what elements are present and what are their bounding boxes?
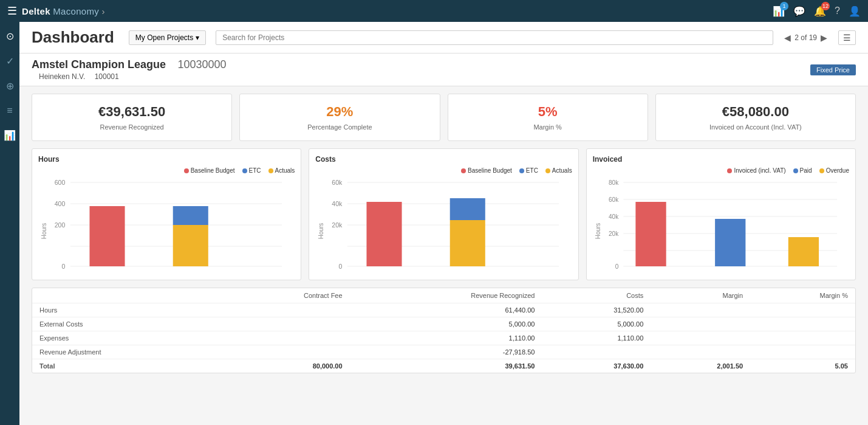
svg-text:0: 0 [615,263,618,270]
kpi-label-percentage: Percentage Complete [250,123,429,131]
legend-dot-baseline [184,168,189,173]
svg-text:40k: 40k [332,201,343,207]
bar-baseline-budget [89,206,125,266]
sidebar-icon-people[interactable]: ⊕ [0,78,19,94]
kpi-row: €39,631.50 Revenue Recognized 29% Percen… [19,86,868,148]
invoiced-bar-overdue [788,237,818,266]
pagination-text: 2 of 19 [795,33,817,42]
kpi-value-margin: 5% [458,104,638,120]
bell-icon[interactable]: 🔔 12 [814,5,826,17]
svg-text:80k: 80k [609,179,619,186]
kpi-card-invoiced: €58,080.00 Invoiced on Account (Incl. VA… [655,94,856,141]
svg-text:0: 0 [339,263,343,270]
sidebar-icon-list[interactable]: ≡ [0,103,19,119]
hours-chart-area: 600 400 200 0 Hours [38,176,295,274]
project-info-bar: Amstel Champion League 10030000 Heineken… [19,54,868,86]
costs-legend-actuals: Actuals [545,167,572,174]
charts-row: Hours Baseline Budget ETC Actuals [19,148,868,288]
table-row: Revenue Adjustment -27,918.50 [32,345,855,359]
costs-chart-svg: 60k 40k 20k 0 Hours [315,176,572,274]
legend-etc: ETC [242,167,261,174]
row-costs-expenses: 1,110.00 [542,331,651,345]
chart-badge: 1 [780,2,788,10]
legend-dot-etc [242,168,247,173]
svg-text:Hours: Hours [40,223,47,240]
kpi-card-percentage: 29% Percentage Complete [239,94,440,141]
header-bar: Dashboard My Open Projects ▾ ◀ 2 of 19 ▶… [19,22,868,54]
costs-chart-legend: Baseline Budget ETC Actuals [315,167,572,174]
kpi-value-revenue: €39,631.50 [42,104,222,120]
dropdown-arrow-icon: ▾ [196,33,199,42]
project-filter-button[interactable]: My Open Projects ▾ [129,30,206,45]
row-revenue-expenses: 1,110.00 [350,331,542,345]
sidebar-icon-check[interactable]: ✓ [0,53,19,69]
chat-icon[interactable]: 💬 [793,5,805,17]
hours-chart-svg: 600 400 200 0 Hours [38,176,295,274]
invoiced-bar-paid [715,219,745,266]
total-label: Total [32,359,219,373]
svg-text:20k: 20k [332,222,343,229]
total-costs: 37,630.00 [542,359,651,373]
main-content: Dashboard My Open Projects ▾ ◀ 2 of 19 ▶… [19,22,868,425]
project-number: 10030000 [177,58,226,71]
row-label-adjustment: Revenue Adjustment [32,345,219,359]
costs-legend-etc: ETC [519,167,538,174]
col-header-contract-fee: Contract Fee [219,288,350,303]
sidebar-icon-chart[interactable]: 📊 [0,127,19,143]
row-contract-fee-adjustment [219,345,350,359]
search-input[interactable] [216,30,773,45]
row-revenue-adjustment: -27,918.50 [350,345,542,359]
page-title: Dashboard [32,28,114,47]
row-margin-pct-expenses [750,331,855,345]
col-header-costs: Costs [542,288,651,303]
bar-actuals [173,225,208,266]
svg-text:Hours: Hours [595,223,601,240]
nav-right: 📊 1 💬 🔔 12 ? 👤 [773,5,861,17]
app-body: ⊙ ✓ ⊕ ≡ 📊 Dashboard My Open Projects ▾ ◀… [0,22,868,425]
svg-text:60k: 60k [609,196,619,203]
row-margin-hours [651,303,750,317]
hours-chart-title: Hours [38,155,295,164]
invoiced-chart-legend: Invoiced (incl. VAT) Paid Overdue [593,167,849,174]
row-contract-fee-hours [219,303,350,317]
row-label-external: External Costs [32,317,219,331]
legend-dot-actuals [268,168,273,173]
nav-left: ☰ Deltek Maconomy › [7,4,773,18]
row-revenue-external: 5,000.00 [350,317,542,331]
kpi-label-revenue: Revenue Recognized [42,123,222,131]
invoiced-legend-paid: Paid [793,167,812,174]
legend-actuals: Actuals [268,167,295,174]
costs-bar-actuals [450,220,485,266]
chart-icon[interactable]: 📊 1 [773,5,785,17]
table-total-row: Total 80,000.00 39,631.50 37,630.00 2,00… [32,359,855,373]
invoiced-dot-paid [793,168,798,173]
invoiced-bar-invoiced [635,202,666,266]
project-name: Amstel Champion League [32,58,166,71]
financial-table-section: Contract Fee Revenue Recognized Costs Ma… [32,288,856,373]
user-icon[interactable]: 👤 [849,5,861,17]
row-contract-fee-expenses [219,331,350,345]
invoiced-chart-card: Invoiced Invoiced (incl. VAT) Paid Overd… [586,148,856,280]
hamburger-icon[interactable]: ☰ [7,4,17,18]
sidebar: ⊙ ✓ ⊕ ≡ 📊 [0,22,19,425]
sidebar-icon-home[interactable]: ⊙ [0,28,19,44]
costs-bar-baseline [367,202,402,266]
row-margin-pct-hours [750,303,855,317]
list-view-button[interactable]: ☰ [838,30,856,45]
invoiced-dot-overdue [819,168,824,173]
row-margin-external [651,317,750,331]
next-page-button[interactable]: ▶ [819,33,829,43]
svg-text:400: 400 [55,201,66,207]
svg-text:Hours: Hours [318,223,324,240]
svg-text:600: 600 [55,179,66,186]
project-client-row: Heineken N.V. 100001 [32,72,226,81]
total-margin-pct: 5.05 [750,359,855,373]
project-details: Amstel Champion League 10030000 Heineken… [32,58,226,81]
bar-etc [173,206,208,225]
kpi-value-invoiced: €58,080.00 [666,104,846,120]
row-label-expenses: Expenses [32,331,219,345]
help-icon[interactable]: ? [835,5,840,16]
row-revenue-hours: 61,440.00 [350,303,542,317]
table-header-row: Contract Fee Revenue Recognized Costs Ma… [32,288,855,303]
prev-page-button[interactable]: ◀ [783,33,792,43]
